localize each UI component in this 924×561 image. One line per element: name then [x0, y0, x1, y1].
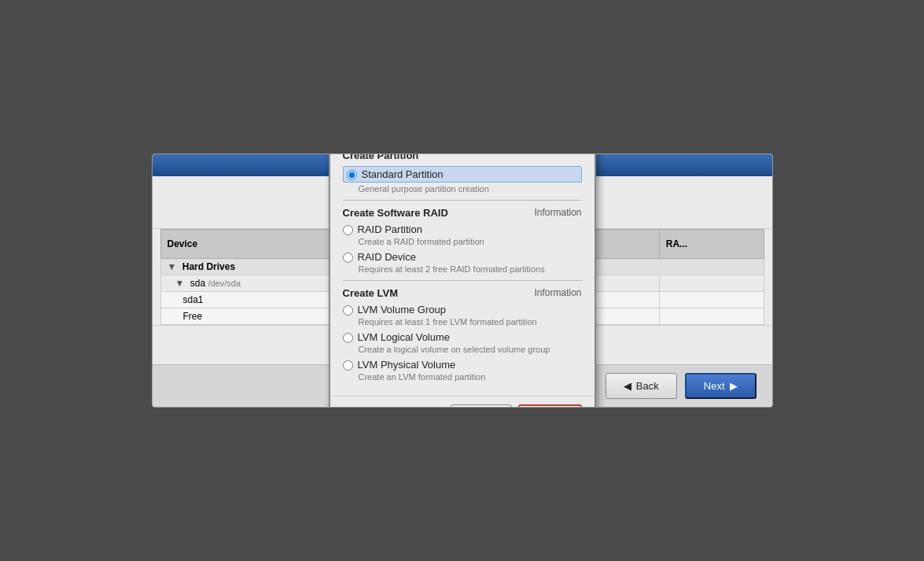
radio-raid-partition-input[interactable] — [343, 225, 353, 235]
cancel-button[interactable]: Cancel — [451, 404, 512, 408]
lvm-label: Create LVM — [343, 287, 399, 299]
create-storage-modal: Create Storage Create Partition Standard… — [329, 153, 596, 408]
create-software-raid-header: Create Software RAID Information — [343, 207, 582, 219]
lvm-volume-group-label: LVM Volume Group — [358, 304, 446, 316]
radio-lvm-physical-volume[interactable]: LVM Physical Volume — [343, 359, 582, 371]
back-label: Back — [636, 380, 659, 392]
divider-2 — [343, 280, 582, 281]
create-partition-header: Create Partition — [343, 153, 582, 161]
lvm-physical-volume-desc: Create an LVM formated partition — [359, 372, 582, 382]
standard-partition-label: Standard Partition — [362, 168, 444, 180]
create-lvm-header: Create LVM Information — [343, 287, 582, 299]
next-arrow-icon: ▶ — [730, 380, 738, 392]
radio-lvm-logical-volume[interactable]: LVM Logical Volume — [343, 331, 582, 343]
software-raid-label: Create Software RAID — [343, 207, 448, 219]
modal-footer: Cancel Create — [330, 396, 595, 408]
create-partition-label: Create Partition — [343, 153, 419, 161]
modal-create-button[interactable]: Create — [518, 404, 581, 408]
content-wrapper: Device Size(MB) Mo... RA... ▼ Hard Drive… — [153, 229, 772, 325]
raid-partition-desc: Create a RAID formated partition — [359, 237, 582, 246]
raid-device-desc: Requires at least 2 free RAID formated p… — [359, 264, 582, 274]
radio-standard-partition-input[interactable] — [347, 170, 357, 180]
content-area: Please Select A Device Device Size(MB) M… — [153, 176, 772, 364]
back-arrow-icon: ◀ — [624, 380, 631, 392]
lvm-logical-volume-label: LVM Logical Volume — [358, 331, 451, 343]
modal-body: Create Partition Standard Partition Gene… — [330, 153, 595, 396]
radio-standard-partition[interactable]: Standard Partition — [343, 166, 582, 183]
lvm-volume-group-desc: Requires at least 1 free LVM formated pa… — [359, 317, 582, 327]
radio-lvm-volume-group[interactable]: LVM Volume Group — [343, 304, 582, 316]
lvm-physical-volume-label: LVM Physical Volume — [358, 359, 456, 371]
radio-lvm-volume-group-input[interactable] — [343, 305, 353, 316]
back-button[interactable]: ◀ Back — [606, 373, 677, 399]
tree-expand-icon-sda: ▼ — [175, 278, 185, 289]
raid-partition-label: RAID Partition — [358, 223, 422, 235]
next-button[interactable]: Next ▶ — [685, 373, 757, 399]
radio-lvm-physical-volume-input[interactable] — [343, 360, 353, 371]
software-raid-info[interactable]: Information — [534, 207, 581, 218]
col-raid: RA... — [659, 230, 764, 259]
next-label: Next — [704, 380, 725, 392]
radio-raid-device[interactable]: RAID Device — [343, 251, 582, 263]
divider-1 — [343, 200, 582, 201]
radio-raid-device-input[interactable] — [343, 253, 353, 263]
tree-expand-icon: ▼ — [167, 261, 177, 272]
radio-lvm-logical-volume-input[interactable] — [343, 333, 353, 343]
lvm-info[interactable]: Information — [534, 287, 581, 298]
outer-window: Please Select A Device Device Size(MB) M… — [152, 153, 773, 408]
standard-partition-desc: General purpose partition creation — [359, 184, 582, 194]
lvm-logical-volume-desc: Create a logical volume on selected volu… — [359, 345, 582, 354]
radio-raid-partition[interactable]: RAID Partition — [343, 223, 582, 235]
raid-device-label: RAID Device — [358, 251, 416, 263]
